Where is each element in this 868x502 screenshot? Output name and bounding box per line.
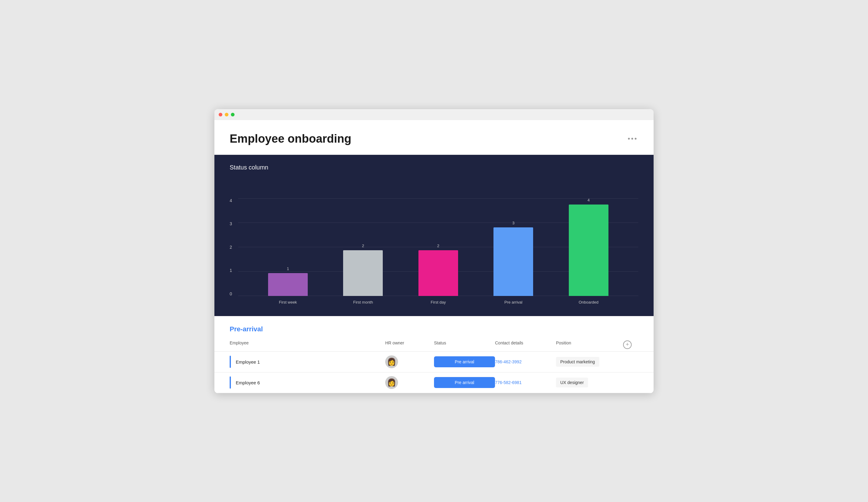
bar-value: 4 <box>587 198 590 202</box>
employee-cell: Employee 6 <box>230 376 385 389</box>
minimize-button[interactable] <box>225 113 228 116</box>
bar <box>418 250 458 296</box>
position-cell: UX designer <box>556 380 623 385</box>
position-text: UX designer <box>556 378 588 387</box>
bar <box>569 205 608 296</box>
bar-label: Pre arrival <box>505 300 523 304</box>
col-contact: Contact details <box>495 341 556 349</box>
bar-value: 2 <box>362 243 364 248</box>
position-text: Product marketing <box>556 357 599 367</box>
contact-cell: 776-582-6981 <box>495 380 556 385</box>
status-cell: Pre arrival <box>434 377 495 388</box>
contact-link[interactable]: 786-462-3992 <box>495 359 521 364</box>
status-badge: Pre arrival <box>434 356 495 367</box>
more-menu-button[interactable] <box>626 136 638 142</box>
chart-inner: 1 First week 2 First month 2 First <box>238 198 638 296</box>
more-dot-3 <box>635 138 637 139</box>
table-section: Pre-arrival Employee HR owner Status Con… <box>214 316 654 393</box>
bar-label: First month <box>353 300 373 304</box>
y-label-3: 3 <box>230 222 232 226</box>
page-title: Employee onboarding <box>230 132 351 145</box>
employee-cell: Employee 1 <box>230 356 385 368</box>
chart-area: 4 3 2 1 0 1 <box>230 180 638 296</box>
avatar: 👩 <box>385 376 398 389</box>
col-add: + <box>623 341 638 349</box>
app-window: Employee onboarding Status column 4 3 2 … <box>214 109 654 393</box>
bar-first-week: 1 First week <box>268 273 308 296</box>
hr-owner-cell: 👩 <box>385 376 434 389</box>
more-dot-1 <box>628 138 630 139</box>
titlebar <box>214 109 654 120</box>
contact-cell: 786-462-3992 <box>495 359 556 365</box>
y-label-2: 2 <box>230 245 232 249</box>
contact-link[interactable]: 776-582-6981 <box>495 380 521 385</box>
col-status: Status <box>434 341 495 349</box>
employee-name: Employee 6 <box>236 380 260 385</box>
page-header: Employee onboarding <box>214 120 654 155</box>
avatar-icon: 👩 <box>387 357 396 366</box>
chart-y-axis: 4 3 2 1 0 <box>230 198 232 296</box>
bar-value: 2 <box>437 243 439 248</box>
bar <box>494 227 533 296</box>
bar <box>268 273 308 296</box>
bar-pre-arrival: 3 Pre arrival <box>494 227 533 296</box>
table-header: Employee HR owner Status Contact details… <box>214 338 654 352</box>
maximize-button[interactable] <box>231 113 235 116</box>
col-employee: Employee <box>230 341 385 349</box>
bar-first-day: 2 First day <box>418 250 458 296</box>
bar-value: 1 <box>287 266 289 271</box>
chart-section: Status column 4 3 2 1 0 <box>214 155 654 316</box>
bar-label: First day <box>431 300 446 304</box>
table-row: Employee 6 👩 Pre arrival 776-582-6981 UX… <box>214 373 654 393</box>
grid-line <box>238 198 638 199</box>
y-label-1: 1 <box>230 268 232 272</box>
y-label-0: 0 <box>230 292 232 296</box>
employee-name: Employee 1 <box>236 359 260 365</box>
chart-title: Status column <box>230 164 638 171</box>
section-title: Pre-arrival <box>214 325 654 338</box>
col-position: Position <box>556 341 623 349</box>
bars-container: 1 First week 2 First month 2 First <box>238 205 638 296</box>
bar-onboarded: 4 Onboarded <box>569 205 608 296</box>
avatar-icon: 👩 <box>387 378 396 387</box>
bar-label: Onboarded <box>579 300 598 304</box>
add-column-button[interactable]: + <box>623 341 632 349</box>
status-cell: Pre arrival <box>434 356 495 367</box>
table-row: Employee 1 👩 Pre arrival 786-462-3992 Pr… <box>214 352 654 373</box>
y-label-4: 4 <box>230 198 232 203</box>
status-badge: Pre arrival <box>434 377 495 388</box>
employee-indicator <box>230 356 231 368</box>
avatar: 👩 <box>385 355 398 368</box>
close-button[interactable] <box>219 113 222 116</box>
bar-first-month: 2 First month <box>343 250 383 296</box>
bar-value: 3 <box>513 221 515 225</box>
hr-owner-cell: 👩 <box>385 355 434 368</box>
employee-indicator <box>230 376 231 389</box>
position-cell: Product marketing <box>556 359 623 365</box>
col-hr-owner: HR owner <box>385 341 434 349</box>
bar-label: First week <box>279 300 297 304</box>
bar <box>343 250 383 296</box>
more-dot-2 <box>631 138 633 139</box>
